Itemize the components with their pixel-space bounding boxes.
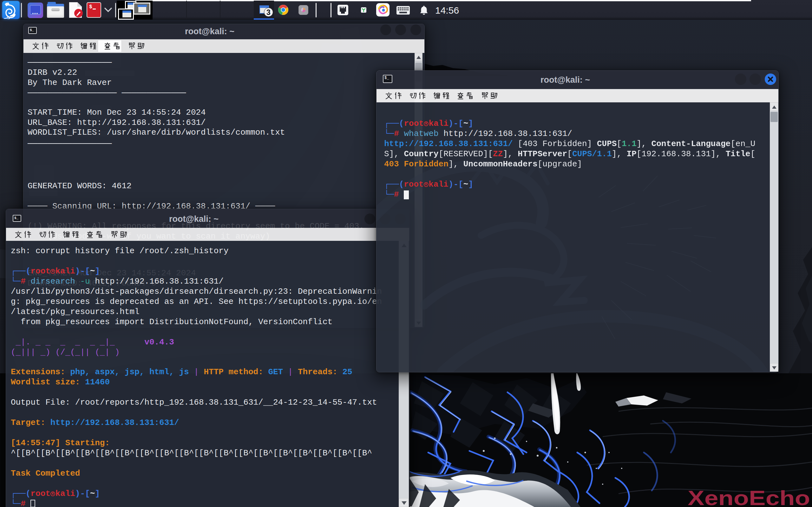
svg-text:XenoEcho: XenoEcho <box>688 487 810 507</box>
